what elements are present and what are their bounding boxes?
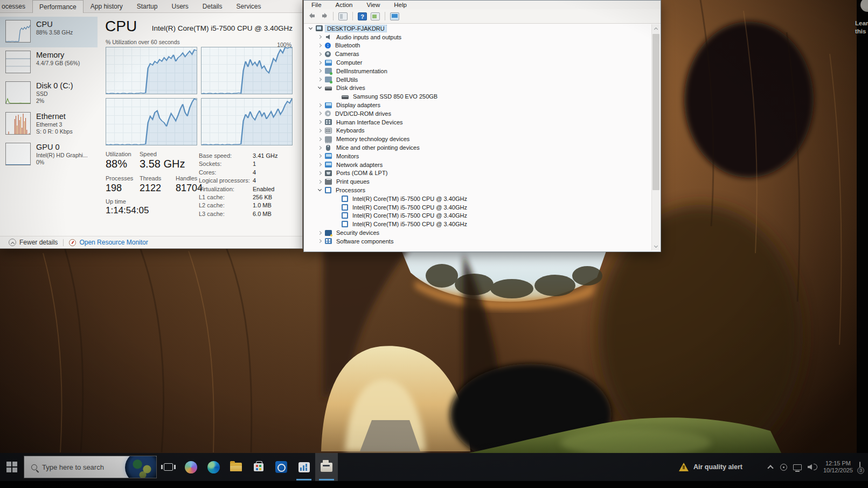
expand-chevron-icon[interactable] [318,239,322,243]
expand-chevron-icon[interactable] [318,120,322,124]
device-tree-item[interactable]: Memory technology devices [304,135,651,143]
tab-performance[interactable]: Performance [32,0,84,13]
collapse-chevron-icon[interactable] [318,187,322,191]
device-tree-item[interactable]: Keyboards [304,127,651,135]
device-tree-item[interactable]: Print queues [304,177,651,186]
expand-chevron-icon[interactable] [318,52,322,56]
expand-chevron-icon[interactable] [318,163,322,166]
device-tree-item[interactable]: DellUtils [304,75,651,84]
sidebar-item-ethernet[interactable]: EthernetEthernet 3S: 0 R: 0 Kbps [0,109,98,140]
menu-help[interactable]: Help [394,2,407,8]
cpu-core-graph-3[interactable] [201,98,293,145]
cpu-core-graph-2[interactable] [106,98,197,145]
device-tree-item[interactable]: Human Interface Devices [304,118,651,127]
expand-chevron-icon[interactable] [318,137,322,141]
device-tree-item[interactable]: Intel(R) Core(TM) i5-7500 CPU @ 3.40GHz [304,203,651,212]
expand-chevron-icon[interactable] [318,69,322,73]
collapse-chevron-icon[interactable] [309,26,313,30]
scroll-down-arrow-icon[interactable] [652,242,660,250]
taskbar-app-task-manager[interactable] [293,453,315,481]
device-manager-window: FileActionViewHelp ? DESKTOP-FJAKDRUAudi… [303,0,661,252]
sidebar-item-disk[interactable]: Disk 0 (C:)SSD2% [0,78,98,109]
device-tree-item[interactable]: DellInstrumentation [304,67,651,75]
tray-network-icon[interactable] [793,464,802,470]
tab-services[interactable]: Services [230,0,268,12]
help-icon[interactable]: ? [358,12,367,20]
taskbar-app-device-manager[interactable] [315,453,338,481]
device-tree-item[interactable]: Intel(R) Core(TM) i5-7500 CPU @ 3.40GHz [304,194,651,203]
tab-ocesses[interactable]: ocesses [0,0,32,12]
tray-sync-icon[interactable] [780,464,787,471]
device-tree-item[interactable]: Display adapters [304,101,651,109]
device-tree-item[interactable]: Monitors [304,152,651,161]
taskbar-app-task-view[interactable] [157,453,179,481]
scrollbar-thumb[interactable] [652,34,659,190]
tray-volume-icon[interactable] [808,464,823,470]
sidebar-item-gpu[interactable]: GPU 0Intel(R) HD Graphi...0% [0,140,98,170]
expand-chevron-icon[interactable] [318,61,322,65]
expand-chevron-icon[interactable] [318,231,322,234]
expand-chevron-icon[interactable] [318,146,322,150]
spotlight-hint[interactable]: Lear this [855,19,868,36]
device-tree-item[interactable]: Mice and other pointing devices [304,143,651,152]
collapse-chevron-icon[interactable] [318,85,322,89]
device-tree-item[interactable]: DESKTOP-FJAKDRU [304,24,651,33]
taskbar-app-outlook[interactable] [270,453,293,481]
device-tree-item[interactable]: Software components [304,237,651,246]
taskbar-search-box[interactable]: Type here to search [24,456,157,478]
device-tree-item[interactable]: Cameras [304,50,651,58]
tab-users[interactable]: Users [164,0,195,12]
menu-view[interactable]: View [367,2,380,8]
scroll-up-arrow-icon[interactable] [652,24,660,32]
device-tree-item[interactable]: Bluetooth [304,41,651,50]
device-tree-item[interactable]: Disk drives [304,84,651,93]
expand-chevron-icon[interactable] [318,103,322,107]
show-console-tree-icon[interactable] [338,12,348,20]
open-resource-monitor-link[interactable]: Open Resource Monitor [79,239,148,246]
fewer-details-button[interactable]: Fewer details [19,239,58,246]
tab-app-history[interactable]: App history [84,0,130,12]
expand-chevron-icon[interactable] [318,35,322,39]
taskbar-app-store[interactable] [247,453,270,481]
tab-startup[interactable]: Startup [130,0,165,12]
taskbar-app-copilot[interactable] [179,453,202,481]
device-tree-scrollbar[interactable] [651,24,660,250]
start-button[interactable] [0,453,24,481]
device-tree-item[interactable]: Samsung SSD 850 EVO 250GB [304,92,651,101]
expand-chevron-icon[interactable] [318,154,322,158]
show-hidden-icons-chevron[interactable] [767,465,773,471]
device-tree-item[interactable]: Intel(R) Core(TM) i5-7500 CPU @ 3.40GHz [304,212,651,220]
sidebar-item-cpu[interactable]: CPU88% 3.58 GHz [0,17,98,47]
taskbar-app-edge[interactable] [202,453,225,481]
device-tree-item[interactable]: Audio inputs and outputs [304,33,651,41]
properties-icon[interactable] [371,12,380,20]
expand-chevron-icon[interactable] [318,129,322,133]
back-arrow-icon[interactable] [308,13,316,19]
cpu-core-graph-0[interactable] [106,47,197,94]
notification-badge: 3 [857,467,864,474]
menu-action[interactable]: Action [336,2,353,8]
sidebar-item-memory[interactable]: Memory4.4/7.9 GB (56%) [0,47,98,78]
device-tree-item[interactable]: DVD/CD-ROM drives [304,109,651,118]
tab-details[interactable]: Details [196,0,230,12]
menu-file[interactable]: File [311,2,322,8]
taskbar-clock[interactable]: 12:15 PM 10/12/2025 [823,460,853,475]
scan-hardware-icon[interactable] [390,12,399,20]
expand-chevron-icon[interactable] [318,78,322,81]
forward-arrow-icon[interactable] [320,13,328,19]
action-center-button[interactable]: 3 [859,462,860,472]
device-tree-item[interactable]: Security devices [304,228,651,237]
expand-chevron-icon[interactable] [318,180,322,184]
taskbar-app-file-explorer[interactable] [225,453,247,481]
cpu-labels: CPU88% 3.58 GHz [36,20,73,45]
expand-chevron-icon[interactable] [318,171,322,175]
device-tree-item[interactable]: Computer [304,58,651,67]
device-tree-item[interactable]: Ports (COM & LPT) [304,169,651,178]
cpu-core-graph-1[interactable] [201,47,293,94]
device-tree-item[interactable]: Intel(R) Core(TM) i5-7500 CPU @ 3.40GHz [304,220,651,228]
expand-chevron-icon[interactable] [318,111,322,115]
expand-chevron-icon[interactable] [318,44,322,47]
weather-widget-label[interactable]: Air quality alert [693,463,742,471]
device-tree-item[interactable]: Processors [304,186,651,194]
device-tree-item[interactable]: Network adapters [304,161,651,169]
